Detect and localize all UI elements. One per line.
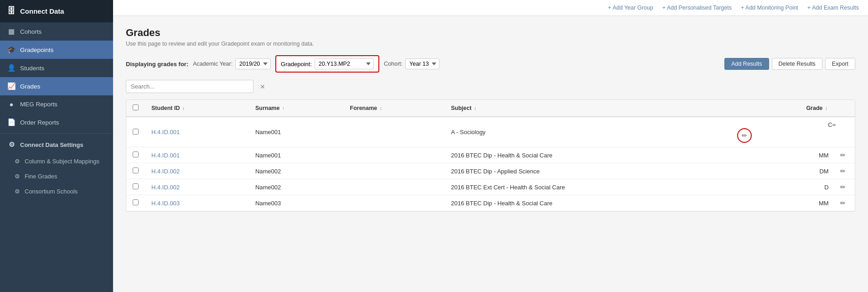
forename-label: Forename xyxy=(350,105,377,111)
grade-cell: MM ✏ xyxy=(731,195,855,211)
edit-icon-highlighted[interactable]: ✏ xyxy=(737,128,752,143)
forename-cell xyxy=(344,179,445,195)
cohort-select[interactable]: Year 13 xyxy=(405,58,439,69)
grade-value: C= xyxy=(828,121,836,128)
table-row: H.4.ID.002 Name002 2016 BTEC Dip - Appli… xyxy=(126,163,855,179)
student-id-cell: H.4.ID.002 xyxy=(145,163,249,179)
edit-icon[interactable]: ✏ xyxy=(840,167,846,175)
grade-cell: C= ✏ xyxy=(731,117,855,147)
row-checkbox[interactable] xyxy=(133,183,139,189)
student-id-link[interactable]: H.4.ID.002 xyxy=(151,168,180,175)
sidebar-item-consortium-schools[interactable]: ⚙ Consortium Schools xyxy=(0,184,113,199)
select-all-checkbox[interactable] xyxy=(133,104,139,110)
add-personalised-targets-link[interactable]: + Add Personalised Targets xyxy=(662,5,732,11)
mappings-icon: ⚙ xyxy=(15,158,20,165)
sidebar-sub-label: Consortium Schools xyxy=(25,188,78,195)
search-clear-button[interactable]: ✕ xyxy=(257,82,268,91)
topbar: + Add Year Group + Add Personalised Targ… xyxy=(113,0,868,16)
academic-year-select[interactable]: 2019/20 xyxy=(235,58,271,69)
surname-cell: Name001 xyxy=(249,117,344,147)
sidebar-item-grades[interactable]: 📈 Grades xyxy=(0,77,113,95)
sidebar-item-label: Cohorts xyxy=(20,28,41,35)
sidebar-item-fine-grades[interactable]: ⚙ Fine Grades xyxy=(0,169,113,184)
sidebar-item-column-subject-mappings[interactable]: ⚙ Column & Subject Mappings xyxy=(0,154,113,169)
consortium-icon: ⚙ xyxy=(15,188,20,195)
grades-table-container: Student ID ↕ Surname ↑ Forename ↕ Subj xyxy=(126,99,855,212)
add-exam-results-link[interactable]: + Add Exam Results xyxy=(807,5,859,11)
sidebar-item-order-reports[interactable]: 📄 Order Reports xyxy=(0,113,113,131)
table-header-row: Student ID ↕ Surname ↑ Forename ↕ Subj xyxy=(126,100,855,117)
student-id-cell: H.4.ID.001 xyxy=(145,117,249,147)
student-id-link[interactable]: H.4.ID.003 xyxy=(151,200,180,207)
student-id-link[interactable]: H.4.ID.001 xyxy=(151,129,180,136)
edit-icon[interactable]: ✏ xyxy=(840,183,846,191)
student-id-link[interactable]: H.4.ID.001 xyxy=(151,152,180,159)
surname-label: Surname xyxy=(255,105,280,111)
row-checkbox[interactable] xyxy=(133,199,139,205)
table-row: H.4.ID.002 Name002 2016 BTEC Ext Cert - … xyxy=(126,179,855,195)
select-all-header[interactable] xyxy=(126,100,145,117)
row-checkbox-cell[interactable] xyxy=(126,195,145,211)
surname-cell: Name002 xyxy=(249,179,344,195)
row-checkbox-cell[interactable] xyxy=(126,179,145,195)
forename-header[interactable]: Forename ↕ xyxy=(344,100,445,117)
grade-label: Grade xyxy=(806,105,822,111)
students-icon: 👤 xyxy=(7,64,16,72)
student-id-header[interactable]: Student ID ↕ xyxy=(145,100,249,117)
sidebar-item-label: Gradepoints xyxy=(20,47,54,53)
gradepoint-label: Gradepoint: xyxy=(281,61,312,68)
sidebar-item-students[interactable]: 👤 Students xyxy=(0,59,113,77)
sidebar-item-label: MEG Reports xyxy=(20,101,57,108)
row-checkbox[interactable] xyxy=(133,167,139,173)
action-buttons: Add Results Delete Results Export xyxy=(724,58,855,70)
forename-cell xyxy=(344,163,445,179)
student-id-label: Student ID xyxy=(151,105,180,111)
sidebar-item-cohorts[interactable]: ▦ Cohorts xyxy=(0,22,113,41)
sidebar-header[interactable]: 🗄 Connect Data xyxy=(0,0,113,22)
forename-cell xyxy=(344,117,445,147)
subject-cell: 2016 BTEC Dip - Health & Social Care xyxy=(444,147,730,163)
search-row: ✕ xyxy=(126,80,855,93)
subject-header[interactable]: Subject ↕ xyxy=(444,100,730,117)
row-checkbox-cell[interactable] xyxy=(126,163,145,179)
edit-icon[interactable]: ✏ xyxy=(840,151,846,159)
student-id-link[interactable]: H.4.ID.002 xyxy=(151,184,180,191)
row-checkbox-cell[interactable] xyxy=(126,117,145,147)
sidebar-item-meg-reports[interactable]: ● MEG Reports xyxy=(0,95,113,113)
student-id-cell: H.4.ID.002 xyxy=(145,179,249,195)
export-button[interactable]: Export xyxy=(825,58,855,70)
page-title: Grades xyxy=(126,27,855,39)
cohort-group: Cohort: Year 13 xyxy=(384,58,439,69)
surname-header[interactable]: Surname ↑ xyxy=(249,100,344,117)
content-area: Grades Use this page to review and edit … xyxy=(113,16,868,292)
subject-cell: 2016 BTEC Dip - Health & Social Care xyxy=(444,195,730,211)
add-monitoring-point-link[interactable]: + Add Monitoring Point xyxy=(741,5,798,11)
add-year-group-link[interactable]: + Add Year Group xyxy=(608,5,653,11)
order-reports-icon: 📄 xyxy=(7,118,16,126)
gradepoints-icon: 🎓 xyxy=(7,46,16,54)
sidebar-item-gradepoints[interactable]: 🎓 Gradepoints xyxy=(0,41,113,59)
cohort-label: Cohort: xyxy=(384,61,403,67)
student-id-cell: H.4.ID.003 xyxy=(145,195,249,211)
row-checkbox[interactable] xyxy=(133,151,139,157)
forename-cell xyxy=(344,147,445,163)
edit-icon[interactable]: ✏ xyxy=(840,199,846,207)
meg-icon: ● xyxy=(7,100,16,108)
grade-value: MM xyxy=(819,200,829,207)
table-row: H.4.ID.003 Name003 2016 BTEC Dip - Healt… xyxy=(126,195,855,211)
gradepoint-select[interactable]: 20.Y13.MP2 xyxy=(315,58,374,69)
delete-results-button[interactable]: Delete Results xyxy=(772,58,822,70)
sidebar-sub-label: Column & Subject Mappings xyxy=(25,158,99,165)
sidebar-header-label: Connect Data xyxy=(20,7,64,15)
academic-year-group: Academic Year: 2019/20 xyxy=(193,58,271,69)
row-checkbox-cell[interactable] xyxy=(126,147,145,163)
grade-header[interactable]: Grade ↕ xyxy=(731,100,855,117)
surname-cell: Name002 xyxy=(249,163,344,179)
search-input[interactable] xyxy=(126,80,253,93)
cohorts-icon: ▦ xyxy=(7,27,16,36)
sidebar-settings-header[interactable]: ⚙ Connect Data Settings xyxy=(0,136,113,154)
add-results-button[interactable]: Add Results xyxy=(724,58,769,70)
table-row: H.4.ID.001 Name001 2016 BTEC Dip - Healt… xyxy=(126,147,855,163)
row-checkbox[interactable] xyxy=(133,129,139,135)
database-icon: 🗄 xyxy=(7,6,16,16)
